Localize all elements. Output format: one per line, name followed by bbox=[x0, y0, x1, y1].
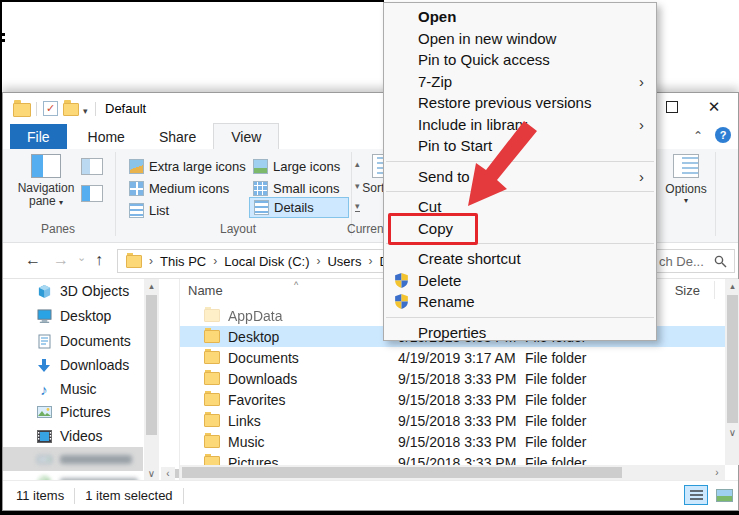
list-view-icon bbox=[129, 203, 144, 218]
layout-scroll-more-icon[interactable]: ▾ bbox=[355, 201, 360, 212]
column-divider[interactable] bbox=[714, 281, 715, 299]
close-button[interactable]: ✕ bbox=[701, 95, 727, 119]
view-medium-icons[interactable]: Medium icons bbox=[129, 178, 229, 199]
column-header-name[interactable]: Name bbox=[188, 279, 223, 301]
options-label: Options bbox=[661, 182, 711, 196]
menu-label: 7-Zip bbox=[418, 73, 452, 90]
menu-item-open-new-window[interactable]: Open in new window bbox=[384, 28, 656, 50]
group-divider bbox=[115, 152, 116, 236]
folder-icon bbox=[204, 435, 220, 448]
menu-item-include-in-library[interactable]: Include in library› bbox=[384, 114, 656, 136]
details-view-icon bbox=[690, 490, 703, 501]
up-icon[interactable]: ↑ bbox=[95, 251, 103, 269]
view-small-icons[interactable]: Small icons bbox=[253, 178, 339, 199]
menu-item-rename[interactable]: Rename bbox=[384, 291, 656, 313]
file-row-music[interactable]: Music 9/15/2018 3:33 PM File folder bbox=[180, 431, 725, 452]
sidebar-item-redacted-selected[interactable] bbox=[3, 447, 143, 471]
navigation-pane-button[interactable]: Navigation pane ▾ bbox=[17, 154, 75, 209]
thumbnail-view-toggle[interactable] bbox=[712, 485, 736, 505]
thumbnail-view-icon bbox=[716, 489, 733, 502]
file-date: 9/15/2018 3:33 PM bbox=[398, 413, 525, 429]
maximize-button[interactable] bbox=[659, 95, 685, 119]
drive-icon bbox=[36, 451, 52, 467]
details-pane-button[interactable] bbox=[81, 185, 103, 202]
view-large-icons[interactable]: Large icons bbox=[253, 156, 340, 177]
menu-item-pin-quick-access[interactable]: Pin to Quick access bbox=[384, 49, 656, 71]
menu-item-properties[interactable]: Properties bbox=[384, 322, 656, 344]
scroll-up-icon[interactable]: ▴ bbox=[725, 279, 739, 293]
sidebar-vertical-scrollbar[interactable]: ▴ bbox=[144, 279, 159, 467]
tab-file[interactable]: File bbox=[10, 124, 67, 149]
file-name: Music bbox=[228, 434, 265, 450]
list-view-label: List bbox=[149, 203, 169, 218]
breadcrumb-local-disk[interactable]: Local Disk (C:) bbox=[224, 254, 309, 269]
menu-label: Send to bbox=[418, 168, 470, 185]
menu-item-delete[interactable]: Delete bbox=[384, 270, 656, 292]
file-name: Links bbox=[228, 413, 261, 429]
small-icons-icon bbox=[253, 181, 268, 196]
file-row-downloads[interactable]: Downloads 9/15/2018 3:33 PM File folder bbox=[180, 368, 725, 389]
menu-label: Pin to Quick access bbox=[418, 51, 550, 68]
scroll-down-icon[interactable]: ∨ bbox=[144, 467, 159, 480]
menu-item-pin-to-start[interactable]: Pin to Start bbox=[384, 135, 656, 157]
forward-icon[interactable]: → bbox=[53, 251, 69, 269]
menu-label: Rename bbox=[418, 293, 475, 310]
options-button[interactable]: Options ▾ bbox=[661, 154, 711, 205]
details-view-label: Details bbox=[274, 200, 314, 215]
menu-item-7zip[interactable]: 7-Zip› bbox=[384, 71, 656, 93]
sidebar-item-redacted[interactable] bbox=[3, 470, 143, 480]
details-view-toggle[interactable] bbox=[684, 485, 708, 505]
file-date: 9/15/2018 3:33 PM bbox=[398, 392, 525, 408]
tab-view[interactable]: View bbox=[213, 123, 279, 149]
preview-pane-button[interactable] bbox=[81, 158, 103, 175]
menu-item-open[interactable]: Open bbox=[384, 6, 656, 28]
sidebar-item-music[interactable]: ♪ Music bbox=[3, 377, 143, 401]
filelist-horizontal-scrollbar[interactable]: › bbox=[180, 465, 725, 480]
breadcrumb-users[interactable]: Users bbox=[327, 254, 361, 269]
scrollbar-thumb[interactable] bbox=[146, 295, 157, 435]
sidebar-item-pictures[interactable]: Pictures bbox=[3, 400, 143, 424]
scroll-right-icon[interactable]: › bbox=[709, 465, 725, 480]
back-icon[interactable]: ← bbox=[25, 251, 41, 269]
sidebar-item-downloads[interactable]: Downloads bbox=[3, 353, 143, 377]
menu-item-restore-previous-versions[interactable]: Restore previous versions bbox=[384, 92, 656, 114]
sidebar-label: Desktop bbox=[60, 308, 111, 324]
sidebar-item-3d-objects[interactable]: 3D Objects bbox=[3, 279, 143, 303]
breadcrumb-this-pc[interactable]: This PC bbox=[160, 254, 206, 269]
tab-share[interactable]: Share bbox=[142, 124, 213, 149]
screenshot-border-top bbox=[0, 0, 384, 2]
file-type: File folder bbox=[525, 392, 645, 408]
collapse-ribbon-icon[interactable]: ⌃ bbox=[693, 129, 703, 143]
quick-access-dropdown-icon[interactable]: ▾ bbox=[83, 106, 88, 116]
sidebar-item-videos[interactable]: Videos bbox=[3, 424, 143, 448]
scrollbar-thumb[interactable] bbox=[727, 295, 738, 423]
view-extra-large-icons[interactable]: Extra large icons bbox=[129, 156, 246, 177]
file-row-favorites[interactable]: Favorites 9/15/2018 3:33 PM File folder bbox=[180, 389, 725, 410]
scroll-down-icon[interactable]: ∨ bbox=[725, 425, 739, 439]
filelist-vertical-scrollbar[interactable]: ▴ ∨ bbox=[725, 279, 739, 465]
file-row-documents[interactable]: Documents 4/19/2019 3:17 AM File folder bbox=[180, 347, 725, 368]
search-icon[interactable] bbox=[714, 255, 727, 268]
menu-item-send-to[interactable]: Send to› bbox=[384, 166, 656, 188]
divider bbox=[36, 102, 37, 116]
uac-shield-icon bbox=[395, 294, 408, 309]
tab-home[interactable]: Home bbox=[71, 124, 142, 149]
caret-down-icon: ▾ bbox=[661, 196, 711, 205]
file-row-links[interactable]: Links 9/15/2018 3:33 PM File folder bbox=[180, 410, 725, 431]
menu-item-create-shortcut[interactable]: Create shortcut bbox=[384, 248, 656, 270]
sidebar-item-desktop[interactable]: Desktop bbox=[3, 304, 143, 328]
view-list[interactable]: List bbox=[129, 200, 169, 221]
scroll-left-icon[interactable]: ‹ bbox=[161, 467, 175, 480]
sidebar-item-documents[interactable]: Documents bbox=[3, 329, 143, 353]
sort-ascending-icon: ^ bbox=[294, 280, 298, 290]
quick-access-properties-icon[interactable]: ✓ bbox=[43, 101, 58, 116]
menu-label: Include in library bbox=[418, 116, 527, 133]
scrollbar-thumb[interactable] bbox=[182, 467, 622, 478]
help-icon[interactable]: ? bbox=[715, 127, 731, 143]
menu-label: Restore previous versions bbox=[418, 94, 591, 111]
column-header-size[interactable]: Size bbox=[650, 279, 700, 301]
quick-access-newfolder-icon[interactable] bbox=[63, 103, 79, 116]
recent-locations-icon[interactable]: ⌄ bbox=[77, 251, 86, 264]
view-details[interactable]: Details bbox=[249, 197, 349, 218]
scroll-up-icon[interactable]: ▴ bbox=[144, 279, 159, 293]
